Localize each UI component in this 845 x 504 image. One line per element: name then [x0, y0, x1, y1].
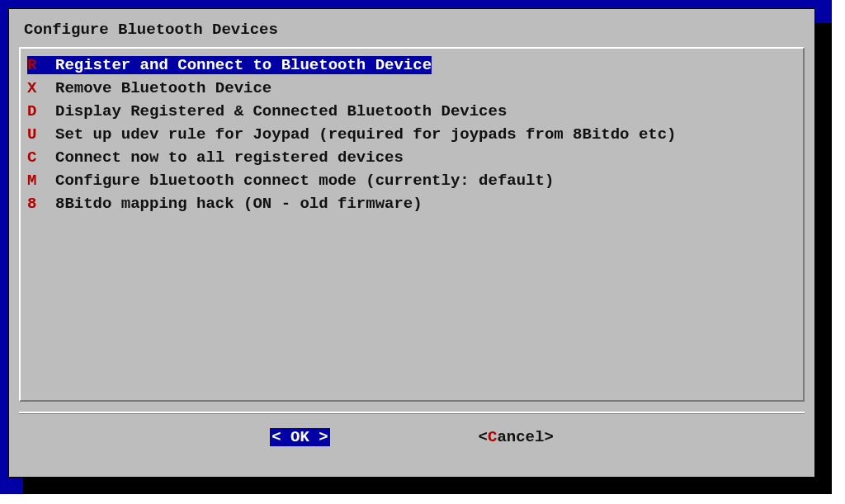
menu-label: Configure bluetooth connect mode (curren…	[55, 172, 554, 190]
menu-item-register[interactable]: R Register and Connect to Bluetooth Devi…	[27, 54, 796, 77]
rest: K	[300, 428, 309, 446]
menu-label-cell: Display Registered & Connected Bluetooth…	[55, 102, 507, 120]
menu-item-display[interactable]: D Display Registered & Connected Bluetoo…	[27, 100, 796, 123]
menu-label: Register and Connect to Bluetooth Device	[55, 56, 432, 74]
menu-hotkey: X	[27, 79, 55, 97]
ok-button[interactable]: < OK >	[270, 428, 329, 446]
bluetooth-config-dialog: Configure Bluetooth Devices R Register a…	[8, 8, 815, 478]
menu-label-cell: Configure bluetooth connect mode (curren…	[55, 172, 554, 190]
menu-hotkey: M	[27, 172, 55, 190]
menu-label-cell: Connect now to all registered devices	[55, 148, 404, 167]
menu-label-cell: Register and Connect to Bluetooth Device	[55, 56, 432, 74]
bracket-close: >	[544, 428, 553, 446]
menu-list: R Register and Connect to Bluetooth Devi…	[19, 47, 805, 402]
menu-hotkey: U	[27, 125, 55, 144]
title-row: Configure Bluetooth Devices	[14, 14, 810, 44]
menu-item-remove[interactable]: X Remove Bluetooth Device	[27, 77, 796, 100]
menu-item-connect-mode[interactable]: M Configure bluetooth connect mode (curr…	[27, 169, 796, 192]
menu-hotkey: R	[27, 56, 55, 74]
hot-char: O	[290, 428, 300, 446]
button-row: < OK > <Cancel>	[14, 413, 810, 461]
menu-label: 8Bitdo mapping hack (ON - old firmware)	[55, 195, 422, 213]
menu-hotkey: D	[27, 102, 55, 120]
hot-char: C	[488, 428, 497, 446]
menu-item-8bitdo[interactable]: 8 8Bitdo mapping hack (ON - old firmware…	[27, 192, 796, 215]
pad	[281, 428, 290, 446]
menu-label-cell: Remove Bluetooth Device	[55, 79, 271, 97]
bracket-open: <	[479, 428, 488, 446]
menu-label: Connect now to all registered devices	[55, 148, 404, 167]
pad	[309, 428, 319, 446]
menu-hotkey: 8	[27, 195, 55, 213]
menu-label: Remove Bluetooth Device	[55, 79, 271, 97]
menu-label: Set up udev rule for Joypad (required fo…	[55, 125, 677, 144]
bracket-open: <	[271, 428, 281, 446]
menu-hotkey: C	[27, 148, 55, 167]
bracket-close: >	[319, 428, 328, 446]
dialog-inner: Configure Bluetooth Devices R Register a…	[14, 14, 810, 472]
cancel-button[interactable]: <Cancel>	[479, 428, 554, 446]
menu-item-udev[interactable]: U Set up udev rule for Joypad (required …	[27, 123, 796, 146]
menu-label-cell: Set up udev rule for Joypad (required fo…	[55, 125, 677, 144]
rest: ancel	[497, 428, 544, 446]
menu-item-connect-all[interactable]: C Connect now to all registered devices	[27, 146, 796, 169]
dialog-title: Configure Bluetooth Devices	[24, 21, 278, 39]
menu-label-cell: 8Bitdo mapping hack (ON - old firmware)	[55, 195, 422, 213]
menu-label: Display Registered & Connected Bluetooth…	[55, 102, 507, 120]
